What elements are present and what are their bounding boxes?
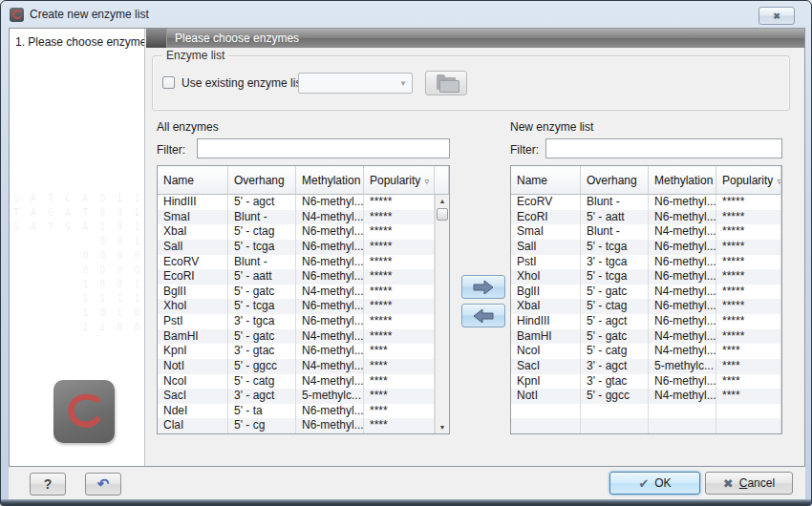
- cell-methylation: N4-methyl...: [649, 285, 716, 300]
- cell-popularity: *****: [716, 240, 781, 255]
- table-row[interactable]: SacI3' - agct5-methylc...****: [511, 359, 781, 374]
- sort-descending-icon: ▿: [424, 177, 429, 186]
- wizard-area: 1. Please choose enzymes G A T C A 0 1 1…: [9, 28, 805, 467]
- check-icon: ✔: [638, 476, 649, 491]
- table-row[interactable]: BglII5' - gatcN4-methyl...*****: [158, 285, 435, 300]
- cell-overhang: 3' - agct: [581, 359, 649, 374]
- table-row[interactable]: HindIII5' - agctN6-methyl...*****: [511, 314, 781, 329]
- table-row[interactable]: SacI3' - agct5-methylc...****: [158, 389, 435, 404]
- panel-header-block: [146, 29, 167, 48]
- browse-folder-button[interactable]: [425, 71, 467, 95]
- right-filter-input[interactable]: [545, 138, 782, 158]
- cell-overhang: 5' - ggcc: [581, 389, 649, 404]
- table-row[interactable]: NotI5' - ggccN4-methyl...****: [158, 359, 435, 374]
- scrollbar-thumb[interactable]: [437, 208, 448, 221]
- cell-name: [511, 404, 581, 419]
- table-row[interactable]: SalI5' - tcgaN6-methyl...*****: [158, 240, 435, 255]
- cell-methylation: N6-methyl...: [296, 224, 364, 240]
- cell-popularity: *****: [716, 224, 781, 240]
- cell-methylation: N6-methyl...: [296, 344, 364, 359]
- cell-popularity: ****: [716, 389, 781, 404]
- scroll-up-icon[interactable]: ▲: [436, 195, 449, 207]
- table-row[interactable]: NcoI5' - catgN4-methyl...****: [511, 344, 781, 359]
- enzyme-list-dropdown[interactable]: ▼: [298, 73, 413, 94]
- table-row[interactable]: NotI5' - ggccN4-methyl...****: [511, 389, 781, 404]
- column-header-overhang[interactable]: Overhang: [581, 166, 649, 195]
- table-row[interactable]: [511, 404, 781, 419]
- table-body: EcoRVBlunt -N6-methyl...*****EcoRI5' - a…: [511, 195, 781, 433]
- cell-popularity: *****: [364, 269, 435, 285]
- cell-name: SacI: [158, 389, 228, 404]
- table-row[interactable]: SmaIBlunt -N4-methyl...*****: [511, 224, 781, 240]
- table-row[interactable]: XhoI5' - tcgaN6-methyl...*****: [158, 299, 435, 314]
- app-logo-icon: [10, 8, 24, 22]
- use-existing-checkbox[interactable]: [162, 76, 175, 89]
- dialog-window: Create new enzyme list ✖ 1. Please choos…: [0, 0, 812, 506]
- cell-name: SalI: [158, 240, 228, 255]
- cell-overhang: 5' - agct: [228, 195, 296, 210]
- cell-methylation: N4-methyl...: [296, 285, 364, 300]
- cell-popularity: ****: [364, 418, 435, 433]
- cell-popularity: ****: [364, 389, 435, 404]
- cancel-button[interactable]: ✖ Cancel: [705, 472, 793, 495]
- column-header-popularity[interactable]: Popularity▿: [364, 166, 435, 195]
- cell-popularity: *****: [716, 285, 781, 300]
- table-row[interactable]: EcoRVBlunt -N6-methyl...*****: [158, 255, 435, 270]
- table-row[interactable]: EcoRI5' - aattN6-methyl...*****: [158, 269, 435, 285]
- cell-name: NotI: [511, 389, 581, 404]
- column-header-methylation[interactable]: Methylation: [649, 166, 716, 195]
- cell-overhang: 5' - tcga: [228, 299, 296, 314]
- close-icon[interactable]: ✖: [759, 7, 795, 25]
- remove-enzyme-button[interactable]: [461, 304, 505, 327]
- table-row[interactable]: XbaI5' - ctagN6-methyl...*****: [158, 224, 435, 240]
- cell-overhang: 5' - aatt: [581, 210, 649, 225]
- column-header-popularity[interactable]: Popularity▿: [716, 166, 781, 195]
- table-row[interactable]: NcoI5' - catgN4-methyl...****: [158, 374, 435, 390]
- table-row[interactable]: EcoRVBlunt -N6-methyl...*****: [511, 195, 781, 210]
- table-row[interactable]: NdeI5' - taN6-methyl...****: [158, 404, 435, 419]
- column-header-methylation[interactable]: Methylation: [296, 166, 364, 195]
- table-row[interactable]: PstI3' - tgcaN6-methyl...*****: [158, 314, 435, 329]
- table-row[interactable]: ClaI5' - cgN6-methyl...****: [158, 418, 435, 433]
- add-enzyme-button[interactable]: [461, 275, 505, 299]
- cell-overhang: 5' - gatc: [228, 285, 296, 300]
- table-row[interactable]: KpnI3' - gtacN6-methyl...****: [158, 344, 435, 359]
- ok-button[interactable]: ✔ OK: [609, 472, 700, 495]
- left-filter-input[interactable]: [197, 138, 450, 158]
- table-row[interactable]: [511, 418, 781, 433]
- all-enzymes-title: All enzymes: [157, 120, 219, 134]
- cell-popularity: *****: [716, 314, 781, 329]
- table-row[interactable]: BglII5' - gatcN4-methyl...*****: [511, 285, 781, 300]
- table-row[interactable]: EcoRI5' - aattN6-methyl...*****: [511, 210, 781, 225]
- column-header-name[interactable]: Name: [158, 166, 228, 195]
- cell-methylation: N4-methyl...: [296, 359, 364, 374]
- table-row[interactable]: PstI3' - tgcaN6-methyl...*****: [511, 255, 781, 270]
- cell-name: BamHI: [158, 329, 228, 345]
- cell-name: NdeI: [158, 404, 228, 419]
- header-scroll-filler: [435, 166, 449, 195]
- table-row[interactable]: XbaI5' - ctagN6-methyl...*****: [511, 299, 781, 314]
- column-header-overhang[interactable]: Overhang: [228, 166, 296, 195]
- clc-logo: [53, 380, 115, 443]
- cell-methylation: 5-methylc...: [649, 359, 716, 374]
- table-row[interactable]: XhoI5' - tcgaN6-methyl...*****: [511, 269, 781, 285]
- help-button[interactable]: ?: [30, 473, 66, 495]
- cell-overhang: 5' - ggcc: [228, 359, 296, 374]
- reset-button[interactable]: ↶: [85, 473, 121, 495]
- column-header-name[interactable]: Name: [511, 166, 581, 195]
- cell-methylation: 5-methylc...: [296, 389, 364, 404]
- scroll-down-icon[interactable]: ▼: [436, 421, 449, 433]
- table-row[interactable]: SalI5' - tcgaN6-methyl...*****: [511, 240, 781, 255]
- cell-name: PstI: [158, 314, 228, 329]
- cell-methylation: N4-methyl...: [649, 224, 716, 240]
- table-row[interactable]: SmaIBlunt -N4-methyl...*****: [158, 210, 435, 225]
- window-title: Create new enzyme list: [30, 8, 149, 21]
- cell-methylation: N4-methyl...: [296, 210, 364, 225]
- vertical-scrollbar[interactable]: ▲▼: [435, 195, 449, 433]
- table-row[interactable]: BamHI5' - gatcN4-methyl...*****: [158, 329, 435, 345]
- table-row[interactable]: BamHI5' - gatcN4-methyl...*****: [511, 329, 781, 345]
- title-bar[interactable]: Create new enzyme list ✖: [1, 1, 811, 28]
- cell-methylation: N6-methyl...: [296, 314, 364, 329]
- table-row[interactable]: KpnI3' - gtacN6-methyl...****: [511, 374, 781, 390]
- table-row[interactable]: HindIII5' - agctN6-methyl...*****: [158, 195, 435, 210]
